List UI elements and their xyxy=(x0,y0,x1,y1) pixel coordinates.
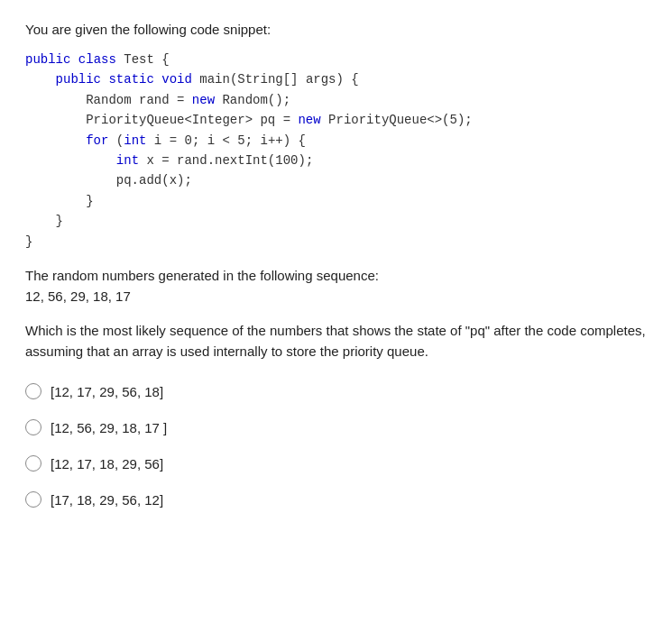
question-text: Which is the most likely sequence of the… xyxy=(25,320,647,362)
description-line1: The random numbers generated in the foll… xyxy=(25,268,647,283)
option-label-2: [12, 56, 29, 18, 17 ] xyxy=(51,420,167,435)
option-label-4: [17, 18, 29, 56, 12] xyxy=(51,492,163,508)
description-line2: 12, 56, 29, 18, 17 xyxy=(25,288,647,304)
options-list: [12, 17, 29, 56, 18] [12, 56, 29, 18, 17… xyxy=(25,383,647,508)
option-item-2[interactable]: [12, 56, 29, 18, 17 ] xyxy=(25,419,647,435)
radio-1[interactable] xyxy=(25,383,41,399)
option-item-3[interactable]: [12, 17, 18, 29, 56] xyxy=(25,455,647,472)
option-item-4[interactable]: [17, 18, 29, 56, 12] xyxy=(25,491,647,508)
option-label-1: [12, 17, 29, 56, 18] xyxy=(51,384,163,399)
radio-2[interactable] xyxy=(25,419,41,435)
code-block: public class Test { public static void m… xyxy=(25,50,647,252)
radio-3[interactable] xyxy=(25,455,41,472)
radio-4[interactable] xyxy=(25,491,41,508)
option-item-1[interactable]: [12, 17, 29, 56, 18] xyxy=(25,383,647,399)
intro-text: You are given the following code snippet… xyxy=(25,22,647,37)
option-label-3: [12, 17, 18, 29, 56] xyxy=(51,456,163,472)
